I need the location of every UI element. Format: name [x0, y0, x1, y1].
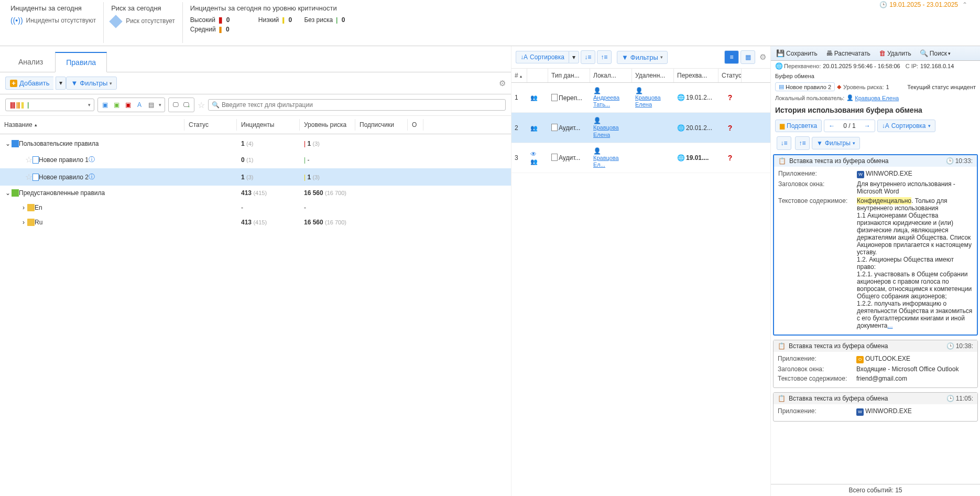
info-icon[interactable]: ⓘ [89, 155, 95, 164]
col-risk[interactable]: Уровень риска [300, 119, 355, 131]
card-title: Вставка текста из буфера обмена [789, 342, 888, 350]
view-red-icon[interactable]: ▣ [122, 99, 134, 111]
card-view-button[interactable]: ▦ [741, 50, 755, 64]
delete-button[interactable]: 🗑Удалить [876, 48, 914, 59]
plus-icon: + [10, 80, 17, 87]
severity-filter[interactable]: |||| ||| || | ▾ [5, 99, 94, 111]
user-link[interactable]: Кравцова Ел... [593, 155, 629, 168]
monitor-add-icon[interactable]: 🖵+ [181, 99, 193, 111]
col-intercepted[interactable]: Перехва... [674, 69, 718, 82]
tree-user-rules[interactable]: ⌄ Пользовательские правила 1 (4) | 1 (3) [0, 136, 511, 151]
panel-risk-title: Риск за сегодня [111, 4, 175, 12]
rule commands [32, 156, 39, 164]
col-incidents[interactable]: Инциденты [237, 119, 300, 131]
col-icons[interactable] [527, 69, 548, 82]
list-view-button[interactable]: ≡ [724, 50, 739, 64]
add-button[interactable]: +Добавить [5, 77, 53, 90]
tree-ru[interactable]: › Ru 413 (415) 16 560 (16 700) [0, 215, 511, 230]
user-link[interactable]: Андреева Тать... [593, 94, 629, 108]
gear-icon[interactable]: ⚙ [759, 52, 766, 62]
star-icon[interactable]: ☆ [25, 172, 32, 182]
info-icon[interactable]: ⓘ [89, 172, 95, 181]
card-time: 10:33: [955, 157, 973, 165]
filters-button[interactable]: ▼Фильтры ▾ [812, 137, 860, 149]
sort-asc-button[interactable]: ↓≡ [581, 50, 595, 64]
col-status[interactable]: Статус [718, 69, 742, 82]
collapse-icon[interactable]: ⌄ [4, 189, 12, 197]
tab-analysis[interactable]: Анализ [7, 52, 54, 71]
window-value: Входящие - Microsoft Office Outlook [856, 365, 973, 373]
card-time: 10:38: [956, 342, 973, 350]
search-button[interactable]: 🔍Поиск ▾ [917, 48, 954, 59]
sort-desc-button[interactable]: ↑≡ [795, 136, 810, 150]
tree-rule-1[interactable]: ☆ Новое правило 1ⓘ 0 (1) | - [0, 151, 511, 168]
expand-icon[interactable]: › [20, 204, 27, 211]
content-label: Текстовое содержимое: [778, 375, 856, 382]
clock-icon: 🕒 [879, 1, 887, 8]
date-range[interactable]: 🕒 19.01.2025 - 23.01.2025 ⌃ [879, 1, 967, 8]
ip-value: 192.168.0.14 [920, 63, 954, 69]
star-icon[interactable]: ☆ [25, 155, 32, 165]
caret-down-icon[interactable]: ▾ [157, 102, 164, 107]
expand-icon[interactable]: › [20, 219, 27, 226]
event-row-2[interactable]: 2 👥 Аудит... 👤Кравцова Елена 🌐20.01.2...… [511, 113, 770, 143]
sort-asc-button[interactable]: ↓≡ [777, 136, 791, 150]
prev-button[interactable]: ← [824, 120, 839, 132]
person-icon: 👤 [846, 94, 854, 101]
star-icon[interactable]: ☆ [198, 100, 205, 110]
globe-icon: 🌐 [677, 94, 685, 101]
pager: ← 0 / 1 → [824, 120, 875, 132]
app-label: Приложение: [778, 407, 856, 416]
clipboard-card-2[interactable]: 📋 Вставка текста из буфера обмена 🕒10:38… [773, 340, 978, 388]
user-link[interactable]: Кравцова Елена [593, 124, 629, 138]
sort-asc-icon: ▴ [35, 122, 37, 127]
local-user-link[interactable]: Кравцова Елена [855, 95, 899, 101]
gear-icon[interactable]: ⚙ [499, 79, 506, 88]
intercepted-label: Перехвачено: [784, 63, 821, 69]
filter-button[interactable]: ▼Фильтры▾ [66, 77, 117, 90]
content-text: . Только для внутреннего использования 1… [857, 197, 972, 329]
highlight-button[interactable]: ▆Подсветка [775, 120, 822, 132]
event-row-3[interactable]: 3 👁 👥 Аудит... 👤Кравцова Ел... 🌐19.01...… [511, 143, 770, 173]
tab-rules[interactable]: Правила [55, 52, 107, 72]
monitor-icon[interactable]: 🖵 [170, 99, 181, 111]
add-dropdown[interactable]: ▾ [56, 77, 66, 90]
col-status[interactable]: Статус [184, 119, 237, 131]
rule-tag[interactable]: ▤Новое правило 2 [775, 82, 835, 91]
view-doc-icon[interactable]: ▤ [145, 99, 157, 111]
sev-high-bars-icon: |||| [219, 16, 221, 24]
tree-en[interactable]: › En - - [0, 200, 511, 215]
search-box[interactable]: 🔍 [208, 99, 506, 111]
tree-rule-2[interactable]: ☆ Новое правило 2ⓘ 1 (3) | 1 (3) [0, 168, 511, 186]
user-link[interactable]: Кравцова Елена [635, 94, 671, 108]
next-button[interactable]: → [860, 120, 875, 132]
col-name[interactable]: Название▴ [0, 119, 184, 131]
panel-incidents-title: Инциденты за сегодня [10, 4, 96, 12]
event-row-1[interactable]: 1 👥 Переп... 👤Андреева Тать... 👤Кравцова… [511, 83, 770, 113]
view-green-icon[interactable]: ▣ [111, 99, 122, 111]
tree-preset-rules[interactable]: ⌄ Предустановленные правила 413 (415) 16… [0, 186, 511, 200]
collapse-icon[interactable]: ⌄ [4, 140, 12, 147]
col-type[interactable]: Тип дан... [548, 69, 590, 82]
save-button[interactable]: 💾Сохранить [773, 48, 821, 59]
view-a-icon[interactable]: A [134, 99, 145, 111]
col-subscribers[interactable]: Подписчики [355, 119, 408, 131]
col-o[interactable]: О [408, 119, 423, 131]
clipboard-card-3[interactable]: 📋 Вставка текста из буфера обмена 🕒11:05… [773, 392, 978, 422]
search-input[interactable] [222, 101, 502, 109]
folder-icon [12, 140, 19, 147]
clipboard-card-1[interactable]: 📋 Вставка текста из буфера обмена 🕒10:33… [773, 154, 978, 336]
col-remote[interactable]: Удаленн... [632, 69, 674, 82]
sort-button[interactable]: ↓AСортировка ▾ [877, 120, 935, 132]
sort-dropdown[interactable]: ▾ [569, 51, 579, 63]
print-button[interactable]: 🖶Распечатать [823, 48, 874, 59]
col-local[interactable]: Локал... [590, 69, 632, 82]
more-link[interactable]: ... [888, 322, 893, 329]
sort-desc-button[interactable]: ↑≡ [597, 50, 612, 64]
col-num[interactable]: # ▴ [511, 69, 527, 82]
filters-button[interactable]: ▼Фильтры▾ [617, 51, 668, 64]
view-blue-icon[interactable]: ▣ [99, 99, 111, 111]
chevron-up-icon[interactable]: ⌃ [962, 1, 967, 8]
app-value: WINWORD.EXE [865, 407, 912, 415]
sort-button[interactable]: ↓AСортировка [516, 51, 569, 63]
